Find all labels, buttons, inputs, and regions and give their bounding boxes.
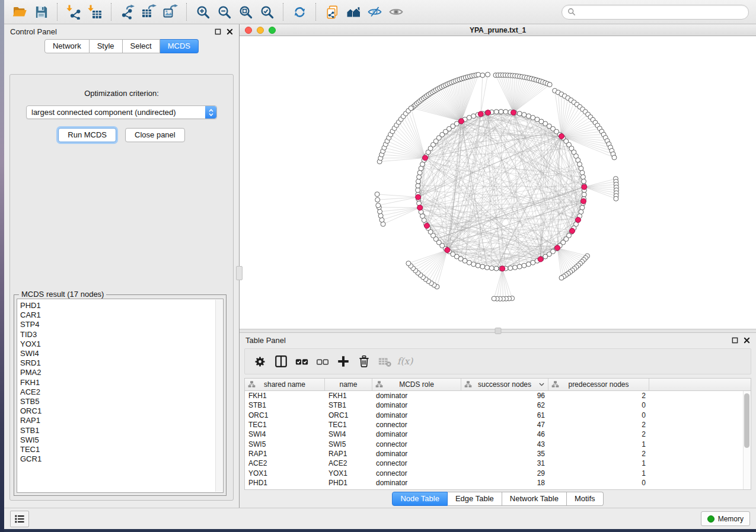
table-row[interactable]: SWI5SWI5connector431 — [245, 439, 751, 448]
mcds-result-item[interactable]: YOX1 — [20, 339, 223, 349]
table-row[interactable]: ORC1ORC1dominator610 — [245, 411, 751, 420]
mcds-result-item[interactable]: ORC1 — [20, 406, 223, 416]
close-panel-icon[interactable] — [227, 28, 233, 35]
table-cell[interactable]: SWI4 — [325, 430, 372, 438]
mcds-result-item[interactable]: TEC1 — [20, 445, 223, 454]
table-cell[interactable]: dominator — [372, 411, 461, 419]
column-header-successor-nodes[interactable]: successor nodes — [461, 379, 548, 390]
search-input[interactable] — [579, 7, 743, 17]
vertical-splitter-grip[interactable] — [236, 266, 243, 280]
mcds-result-item[interactable]: STP4 — [20, 320, 223, 329]
table-cell[interactable]: 29 — [461, 469, 548, 477]
table-cell[interactable]: ORC1 — [325, 411, 372, 419]
float-window-icon[interactable] — [215, 28, 221, 35]
zoom-selected-button[interactable] — [256, 2, 277, 21]
table-cell[interactable]: RAP1 — [245, 450, 325, 458]
table-cell[interactable]: TEC1 — [245, 421, 325, 429]
table-cell[interactable]: dominator — [372, 401, 461, 409]
table-cell[interactable]: 2 — [548, 450, 649, 458]
table-cell[interactable]: 2 — [548, 421, 649, 429]
show-graphics-details-button[interactable] — [385, 2, 407, 21]
show-panels-button[interactable] — [10, 511, 29, 527]
table-cell[interactable]: dominator — [372, 430, 461, 438]
network-view[interactable] — [240, 36, 756, 329]
table-cell[interactable]: 2 — [548, 430, 649, 438]
table-cell[interactable]: 62 — [461, 401, 548, 409]
close-panel-button[interactable]: Close panel — [125, 128, 185, 142]
mcds-result-item[interactable]: PMA2 — [20, 368, 223, 377]
search-box[interactable] — [562, 5, 749, 20]
table-row[interactable]: TEC1TEC1connector472 — [245, 420, 751, 430]
export-network-button[interactable] — [117, 2, 138, 21]
table-cell[interactable]: SWI4 — [245, 430, 325, 438]
table-cell[interactable]: FKH1 — [245, 392, 325, 400]
refresh-button[interactable] — [289, 2, 310, 21]
table-cell[interactable]: dominator — [372, 392, 461, 400]
tab-edge-table[interactable]: Edge Table — [448, 492, 502, 506]
mcds-result-item[interactable]: PHD1 — [20, 301, 223, 310]
table-cell[interactable]: FKH1 — [325, 392, 372, 400]
table-scrollbar-track[interactable] — [743, 391, 751, 489]
table-cell[interactable]: connector — [372, 459, 461, 467]
table-cell[interactable]: 35 — [461, 450, 548, 458]
table-cell[interactable]: 0 — [548, 479, 649, 487]
column-header-MCDS-role[interactable]: MCDS role — [372, 379, 461, 390]
table-row[interactable]: ACE2ACE2connector311 — [245, 459, 751, 468]
table-row[interactable]: SWI4SWI4dominator462 — [245, 430, 751, 439]
zoom-in-button[interactable] — [192, 2, 213, 21]
minimize-traffic-light[interactable] — [257, 27, 264, 34]
deselect-all-button[interactable] — [313, 352, 331, 370]
delete-button[interactable] — [355, 352, 373, 370]
memory-button[interactable]: Memory — [701, 511, 750, 526]
table-row[interactable]: RAP1RAP1dominator352 — [245, 449, 751, 459]
float-window-icon[interactable] — [732, 337, 738, 344]
table-cell[interactable]: 0 — [548, 411, 649, 419]
mcds-result-item[interactable]: CAR1 — [20, 310, 223, 320]
table-cell[interactable]: ACE2 — [325, 459, 372, 467]
table-scrollbar-thumb[interactable] — [744, 393, 749, 448]
import-table-button[interactable] — [84, 2, 106, 21]
export-image-button[interactable] — [160, 2, 181, 21]
zoom-traffic-light[interactable] — [269, 27, 276, 34]
network-window-titlebar[interactable]: YPA_prune.txt_1 — [240, 24, 756, 36]
tab-network-table[interactable]: Network Table — [502, 492, 567, 506]
table-cell[interactable]: TEC1 — [325, 421, 372, 429]
column-header-name[interactable]: name — [325, 379, 372, 390]
zoom-fit-button[interactable] — [235, 2, 256, 21]
table-cell[interactable]: 46 — [461, 430, 548, 438]
settings-gear-button[interactable] — [251, 352, 269, 370]
houses-button[interactable] — [343, 2, 364, 21]
table-row[interactable]: STB1STB1dominator620 — [245, 400, 751, 410]
table-cell[interactable]: 47 — [461, 421, 548, 429]
table-cell[interactable]: 1 — [548, 469, 649, 477]
table-cell[interactable]: connector — [372, 440, 461, 448]
column-header-shared-name[interactable]: shared name — [245, 379, 325, 390]
hide-graphics-details-button[interactable] — [364, 2, 385, 21]
mcds-result-list[interactable]: PHD1CAR1STP4TID3YOX1SWI4SRD1PMA2FKH1ACE2… — [17, 299, 224, 493]
mcds-result-item[interactable]: TID3 — [20, 330, 223, 339]
table-cell[interactable]: YOX1 — [325, 469, 372, 477]
table-cell[interactable]: 0 — [548, 401, 649, 409]
table-cell[interactable]: 18 — [461, 479, 548, 487]
table-cell[interactable]: STB1 — [245, 401, 325, 409]
table-cell[interactable]: 1 — [548, 440, 649, 448]
mcds-result-item[interactable]: SRD1 — [20, 358, 223, 368]
table-cell[interactable]: SWI5 — [325, 440, 372, 448]
export-table-button[interactable] — [138, 2, 160, 21]
table-cell[interactable]: ACE2 — [245, 459, 325, 467]
table-cell[interactable]: 43 — [461, 440, 548, 448]
close-traffic-light[interactable] — [245, 27, 252, 34]
table-cell[interactable]: 2 — [548, 392, 649, 400]
table-row[interactable]: PHD1PHD1dominator180 — [245, 478, 751, 488]
mcds-result-item[interactable]: GCR1 — [20, 454, 223, 464]
table-cell[interactable]: YOX1 — [245, 469, 325, 477]
table-cell[interactable]: 1 — [548, 459, 649, 467]
result-scrollbar-track[interactable] — [215, 300, 222, 492]
tab-style[interactable]: Style — [90, 39, 123, 53]
table-cell[interactable]: PHD1 — [245, 479, 325, 487]
splitter-grip[interactable] — [495, 328, 501, 334]
column-header-predecessor-nodes[interactable]: predecessor nodes — [548, 379, 649, 390]
toggle-columns-button[interactable] — [272, 352, 290, 370]
optimization-criterion-select[interactable]: largest connected component (undirected) — [26, 105, 217, 119]
mcds-result-item[interactable]: STB5 — [20, 397, 223, 406]
